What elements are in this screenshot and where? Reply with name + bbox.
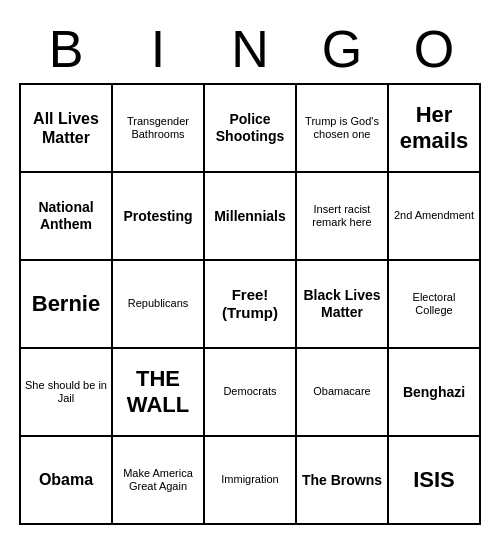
bingo-cell-8: Insert racist remark here: [297, 173, 389, 261]
bingo-cell-7: Millennials: [205, 173, 297, 261]
bingo-cell-20: Obama: [21, 437, 113, 525]
bingo-cell-0: All Lives Matter: [21, 85, 113, 173]
bingo-cell-18: Obamacare: [297, 349, 389, 437]
bingo-cell-5: National Anthem: [21, 173, 113, 261]
bingo-letter-n: N: [204, 19, 296, 79]
bingo-cell-15: She should be in Jail: [21, 349, 113, 437]
bingo-cell-22: Immigration: [205, 437, 297, 525]
bingo-cell-9: 2nd Amendment: [389, 173, 481, 261]
bingo-cell-6: Protesting: [113, 173, 205, 261]
bingo-cell-11: Republicans: [113, 261, 205, 349]
bingo-cell-10: Bernie: [21, 261, 113, 349]
bingo-cell-1: Transgender Bathrooms: [113, 85, 205, 173]
bingo-cell-3: Trump is God's chosen one: [297, 85, 389, 173]
bingo-cell-21: Make America Great Again: [113, 437, 205, 525]
bingo-cell-23: The Browns: [297, 437, 389, 525]
bingo-cell-12: Free! (Trump): [205, 261, 297, 349]
bingo-cell-19: Benghazi: [389, 349, 481, 437]
bingo-cell-16: THE WALL: [113, 349, 205, 437]
bingo-letter-o: O: [388, 19, 480, 79]
bingo-cell-13: Black Lives Matter: [297, 261, 389, 349]
bingo-letter-i: I: [112, 19, 204, 79]
bingo-grid: All Lives MatterTransgender BathroomsPol…: [19, 83, 481, 525]
bingo-cell-17: Democrats: [205, 349, 297, 437]
bingo-cell-2: Police Shootings: [205, 85, 297, 173]
bingo-letter-g: G: [296, 19, 388, 79]
bingo-header: BINGO: [20, 19, 480, 79]
bingo-cell-4: Her emails: [389, 85, 481, 173]
bingo-letter-b: B: [20, 19, 112, 79]
bingo-cell-14: Electoral College: [389, 261, 481, 349]
bingo-cell-24: ISIS: [389, 437, 481, 525]
